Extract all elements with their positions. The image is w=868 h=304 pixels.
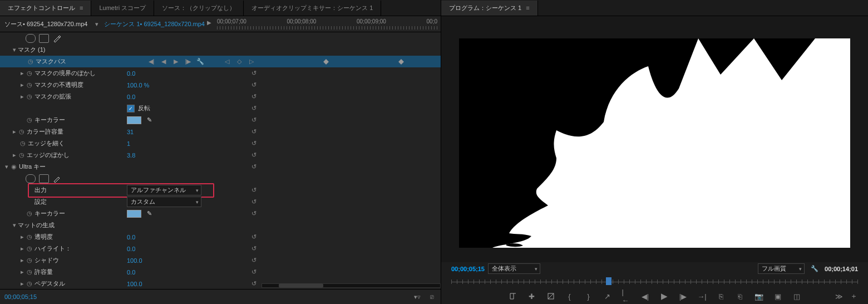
key-color2-row[interactable]: ◷キーカラー✎↺: [0, 208, 441, 219]
reset-icon[interactable]: ↺: [249, 151, 258, 160]
keyframe-lane[interactable]: [262, 56, 441, 67]
edge-feather-row[interactable]: ▸◷エッジのぼかし3.8↺: [0, 149, 441, 161]
add-kf-icon[interactable]: ◇: [235, 57, 244, 66]
reset-icon[interactable]: ↺: [249, 209, 258, 218]
snapshot-icon[interactable]: 📷: [754, 292, 763, 301]
output-select[interactable]: アルファチャンネル: [127, 185, 201, 195]
ellipse-mask-icon[interactable]: [26, 174, 36, 183]
reset-icon[interactable]: ↺: [249, 256, 258, 265]
twirl-icon[interactable]: ▸: [19, 268, 26, 276]
comparison-icon[interactable]: ▣: [773, 292, 782, 301]
wrench-icon[interactable]: 🔧: [196, 57, 205, 66]
reset-icon[interactable]: ↺: [249, 128, 258, 136]
reset-icon[interactable]: ↺: [249, 139, 258, 148]
more-icon[interactable]: ≫: [835, 292, 844, 301]
prev-kf-tri-icon[interactable]: ◁: [223, 57, 231, 66]
mark-in-icon[interactable]: [509, 292, 517, 301]
mask-expand-value[interactable]: 0.0: [127, 94, 135, 100]
eyedropper-icon[interactable]: ✎: [145, 209, 154, 218]
transparency-value[interactable]: 0.0: [127, 234, 135, 241]
mask-path-row[interactable]: ◷ マスクパス ◀| ◀ ▶ |▶ 🔧 ◁ ◇ ▷: [0, 56, 441, 67]
tab-source[interactable]: ソース：（クリップなし）: [154, 1, 244, 16]
eye-icon[interactable]: ◉: [10, 163, 18, 171]
set-out-icon[interactable]: }: [584, 292, 593, 301]
keyframe-scrollbar[interactable]: [262, 282, 441, 289]
chevron-down-icon[interactable]: ▾: [92, 21, 102, 28]
color-tolerance-value[interactable]: 31: [127, 129, 134, 135]
stopwatch-icon[interactable]: ◷: [18, 128, 26, 136]
output-row[interactable]: 出力 アルファチャンネル ↺: [0, 184, 441, 196]
button-editor-icon[interactable]: ＋: [849, 292, 858, 301]
zoom-select[interactable]: 全体表示: [488, 263, 540, 274]
extract-icon[interactable]: ⎗: [736, 292, 744, 301]
color-tolerance-row[interactable]: ▸◷カラー許容量31↺: [0, 126, 441, 138]
scrollbar-thumb[interactable]: [279, 283, 323, 288]
stopwatch-icon[interactable]: ◷: [26, 233, 33, 241]
panel-menu-icon[interactable]: ≡: [526, 4, 529, 11]
mask-feather-row[interactable]: ▸◷マスクの境界のぼかし0.0↺: [0, 67, 441, 79]
next-kf-tri-icon[interactable]: ▷: [247, 57, 256, 66]
mask-expand-row[interactable]: ▸◷マスクの拡張0.0↺: [0, 91, 441, 102]
reset-icon[interactable]: ↺: [249, 186, 258, 195]
twirl-icon[interactable]: ▸: [19, 233, 26, 241]
pedestal-value[interactable]: 100.0: [127, 281, 142, 287]
tolerance-value[interactable]: 0.0: [127, 269, 135, 276]
rect-mask-icon[interactable]: [39, 174, 49, 183]
insert-icon[interactable]: [546, 292, 555, 301]
current-timecode[interactable]: 00;00;05;15: [4, 293, 37, 300]
reset-icon[interactable]: ↺: [249, 92, 258, 101]
wrench-icon[interactable]: 🔧: [810, 264, 819, 273]
tab-program[interactable]: プログラム：シーケンス 1≡: [441, 1, 538, 16]
twirl-icon[interactable]: ▸: [19, 257, 26, 264]
highlight-row[interactable]: ▸◷ハイライト：0.0↺: [0, 243, 441, 254]
invert-checkbox[interactable]: ✓: [127, 105, 135, 112]
prev-kf-icon[interactable]: ◀: [159, 57, 168, 66]
tab-audio-mixer[interactable]: オーディオクリップミキサー：シーケンス 1: [244, 1, 381, 16]
program-monitor[interactable]: [459, 38, 850, 248]
play-icon[interactable]: ▶: [207, 19, 211, 26]
step-back-icon[interactable]: ◀|: [641, 292, 650, 301]
stopwatch-icon[interactable]: ◷: [26, 268, 33, 276]
go-in-icon[interactable]: |←: [622, 292, 631, 301]
mask-feather-value[interactable]: 0.0: [127, 70, 135, 77]
pen-mask-icon[interactable]: [52, 34, 61, 43]
color-swatch[interactable]: [127, 116, 141, 124]
mask-group[interactable]: ▾ マスク (1): [0, 44, 441, 56]
twirl-icon[interactable]: ▸: [19, 81, 26, 89]
step-fwd-icon[interactable]: |▶: [679, 292, 688, 301]
matte-gen-group[interactable]: ▾マットの生成: [0, 219, 441, 231]
pen-mask-icon[interactable]: [52, 174, 61, 183]
reset-icon[interactable]: ↺: [249, 163, 258, 171]
go-first-kf-icon[interactable]: ◀|: [147, 57, 156, 66]
color-swatch[interactable]: [127, 210, 141, 218]
shadow-row[interactable]: ▸◷シャドウ100.0↺: [0, 254, 441, 266]
setting-row[interactable]: 設定カスタム↺: [0, 196, 441, 208]
reset-icon[interactable]: ↺: [249, 268, 258, 277]
twirl-icon[interactable]: ▸: [19, 280, 26, 287]
edge-feather-value[interactable]: 3.8: [127, 152, 135, 159]
invert-row[interactable]: ✓反転↺: [0, 102, 441, 114]
safe-margins-icon[interactable]: ◫: [792, 292, 801, 301]
ultra-key-group[interactable]: ▾◉Ultra キー↺: [0, 161, 441, 173]
mask-opacity-value[interactable]: 100.0 %: [127, 82, 149, 89]
ellipse-mask-icon[interactable]: [26, 34, 36, 43]
stopwatch-icon[interactable]: ◷: [26, 257, 33, 264]
quality-select[interactable]: フル画質: [758, 263, 805, 274]
twirl-icon[interactable]: ▸: [19, 245, 26, 252]
stopwatch-icon[interactable]: ◷: [26, 93, 33, 101]
playhead[interactable]: [606, 277, 611, 285]
twirl-icon[interactable]: ▾: [11, 222, 18, 229]
edge-thin-row[interactable]: ◷エッジを細く1↺: [0, 138, 441, 149]
mark-out-icon[interactable]: ✚: [527, 292, 536, 301]
reset-icon[interactable]: ↺: [249, 69, 258, 78]
twirl-icon[interactable]: ▸: [11, 128, 18, 135]
shadow-value[interactable]: 100.0: [127, 257, 142, 264]
panel-menu-icon[interactable]: ≡: [80, 4, 83, 11]
mask-opacity-row[interactable]: ▸◷マスクの不透明度100.0 %↺: [0, 79, 441, 91]
mini-timeline-ruler[interactable]: ▶ 00;00;07;00 00;00;08;00 00;00;09;00 00…: [207, 16, 441, 32]
export-frame-icon[interactable]: ↗: [603, 292, 612, 301]
reset-icon[interactable]: ↺: [249, 244, 258, 253]
twirl-icon[interactable]: ▸: [19, 93, 26, 100]
twirl-icon[interactable]: ▸: [19, 70, 26, 77]
stopwatch-icon[interactable]: ◷: [19, 140, 27, 148]
